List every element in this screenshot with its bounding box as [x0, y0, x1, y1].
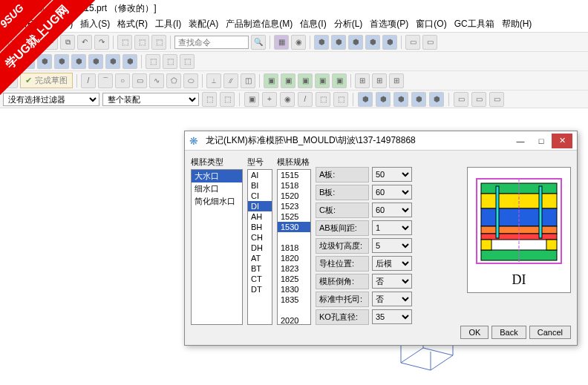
list-item[interactable]: CH: [248, 232, 272, 243]
tool-btn[interactable]: ⬚: [151, 35, 166, 50]
tool-btn[interactable]: ▦: [274, 35, 289, 50]
tool-btn[interactable]: ⫽: [223, 73, 238, 88]
list-item[interactable]: AT: [248, 253, 272, 263]
menu-item[interactable]: 格式(R): [114, 16, 151, 32]
tool-btn[interactable]: ⬢: [88, 54, 103, 69]
tool-btn[interactable]: ⬚: [180, 54, 195, 69]
param-select[interactable]: 否: [372, 274, 412, 289]
tool-btn[interactable]: ⧉: [60, 35, 75, 50]
param-select[interactable]: 后模: [372, 256, 412, 271]
tool-btn[interactable]: ⬚: [202, 92, 217, 107]
list-item[interactable]: CT: [248, 274, 272, 284]
list-item[interactable]: 1835: [278, 294, 310, 305]
tool-btn[interactable]: ⊞: [372, 73, 387, 88]
filter-select-2[interactable]: 整个装配: [102, 93, 199, 106]
tool-btn[interactable]: ▭: [489, 92, 504, 107]
minimize-button[interactable]: —: [510, 134, 531, 148]
menu-item[interactable]: 产品制造信息(M): [222, 16, 296, 32]
tool-btn[interactable]: ⌒: [98, 73, 113, 88]
param-select[interactable]: 1: [372, 220, 412, 235]
types-listbox[interactable]: 大水口细水口简化细水口: [191, 169, 243, 325]
filter-select-1[interactable]: 没有选择过滤器: [3, 93, 99, 106]
tool-btn[interactable]: /: [81, 73, 96, 88]
tool-btn[interactable]: ⬢: [393, 92, 408, 107]
list-item[interactable]: [278, 232, 310, 243]
tool-btn[interactable]: ⊞: [389, 73, 404, 88]
tool-btn[interactable]: ∿: [149, 73, 164, 88]
tool-btn[interactable]: ◉: [280, 92, 295, 107]
list-item[interactable]: BH: [248, 222, 272, 232]
param-select[interactable]: 35: [372, 309, 412, 324]
list-item[interactable]: 1530: [278, 222, 310, 232]
list-item[interactable]: DT: [248, 284, 272, 294]
param-select[interactable]: 60: [372, 185, 412, 200]
param-select[interactable]: 否: [372, 292, 412, 306]
sketch-btn[interactable]: ✎: [3, 73, 18, 88]
tool-btn[interactable]: ○: [115, 73, 130, 88]
menu-item[interactable]: 插入(S): [76, 16, 114, 32]
tool-btn[interactable]: ↷: [94, 35, 109, 50]
tool-btn[interactable]: ⬭: [183, 73, 198, 88]
tool-btn[interactable]: ▣: [281, 73, 295, 88]
tool-btn[interactable]: ⬢: [3, 54, 18, 69]
models-listbox[interactable]: AIBICIDIAHBHCHDHATBTCTDT: [247, 169, 272, 325]
ok-button[interactable]: OK: [460, 326, 489, 339]
tool-btn[interactable]: ⬢: [358, 92, 373, 107]
tool-btn[interactable]: ↶: [77, 35, 92, 50]
tool-btn[interactable]: ⊞: [355, 73, 370, 88]
tool-btn[interactable]: +: [262, 92, 277, 107]
tool-btn[interactable]: ⬢: [382, 35, 397, 50]
list-item[interactable]: 1525: [278, 211, 310, 222]
tool-btn[interactable]: ⬚: [316, 92, 330, 107]
tool-btn[interactable]: ◻: [3, 35, 18, 50]
specs-listbox[interactable]: 151515181520152315251530 181818201823182…: [277, 169, 311, 325]
tool-btn[interactable]: /: [298, 92, 313, 107]
menu-item[interactable]: 窗口(O): [412, 16, 450, 32]
list-item[interactable]: 细水口: [192, 182, 242, 195]
list-item[interactable]: 2020: [278, 315, 310, 325]
tool-btn[interactable]: ▭: [454, 92, 468, 107]
list-item[interactable]: 简化细水口: [192, 195, 242, 208]
tool-btn[interactable]: ⬢: [71, 54, 86, 69]
list-item[interactable]: 1523: [278, 201, 310, 211]
tool-btn[interactable]: ⬚: [117, 35, 132, 50]
tool-btn[interactable]: ▭: [132, 73, 147, 88]
maximize-button[interactable]: □: [531, 134, 552, 148]
menu-item[interactable]: 装配(A): [185, 16, 222, 32]
tool-btn[interactable]: ⬚: [134, 35, 149, 50]
cancel-button[interactable]: Cancel: [529, 326, 571, 339]
tool-btn[interactable]: ⬢: [314, 35, 329, 50]
menu-item[interactable]: GC工具箱: [451, 16, 498, 32]
param-select[interactable]: 60: [372, 203, 412, 217]
search-btn[interactable]: 🔍: [251, 35, 266, 50]
list-item[interactable]: 1520: [278, 191, 310, 201]
tool-btn[interactable]: ⬚: [163, 54, 177, 69]
tool-btn[interactable]: ▣: [332, 73, 347, 88]
list-item[interactable]: 1818: [278, 243, 310, 253]
dialog-titlebar[interactable]: ❋ 龙记(LKM)标准模胚\HB_MOULD\胡波\137-14978868 —…: [185, 131, 577, 151]
menu-item[interactable]: 信息(I): [296, 16, 330, 32]
tool-btn[interactable]: ⬢: [331, 35, 346, 50]
tool-btn[interactable]: ⬚: [146, 54, 160, 69]
tool-btn[interactable]: ⬢: [365, 35, 380, 50]
tool-btn[interactable]: ▾: [20, 35, 35, 50]
menu-item[interactable]: 文件(F): [3, 16, 39, 32]
tool-btn[interactable]: ⬢: [20, 54, 35, 69]
search-input[interactable]: [174, 36, 249, 49]
list-item[interactable]: 1820: [278, 253, 310, 263]
tool-btn[interactable]: ⬢: [122, 54, 137, 69]
list-item[interactable]: BT: [248, 263, 272, 274]
list-item[interactable]: DH: [248, 243, 272, 253]
menu-item[interactable]: 首选项(P): [366, 16, 412, 32]
list-item[interactable]: 1823: [278, 263, 310, 274]
tool-btn[interactable]: ⬚: [220, 92, 235, 107]
list-item[interactable]: BI: [248, 180, 272, 191]
tool-btn[interactable]: ⬢: [54, 54, 69, 69]
tool-btn[interactable]: ▭: [405, 35, 420, 50]
tool-btn[interactable]: ▣: [298, 73, 313, 88]
tool-btn[interactable]: ⬚: [333, 92, 348, 107]
tool-btn[interactable]: ▣: [244, 92, 259, 107]
tool-btn[interactable]: ⬢: [105, 54, 120, 69]
tool-btn[interactable]: ⟂: [206, 73, 221, 88]
tool-btn[interactable]: ⬢: [376, 92, 391, 107]
